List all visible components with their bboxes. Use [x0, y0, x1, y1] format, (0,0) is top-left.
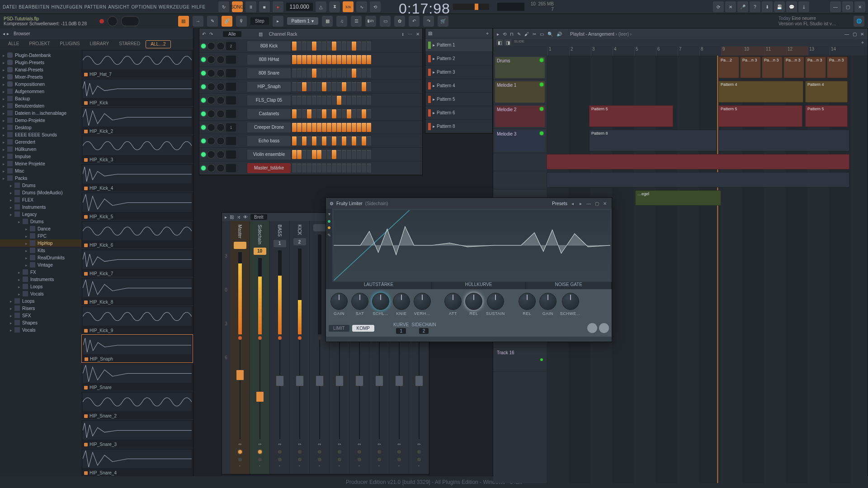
view-mixer-icon[interactable]: �៣ — [365, 16, 376, 27]
filter-tab[interactable]: PROJEKT — [24, 40, 54, 48]
step-button[interactable] — [307, 69, 311, 78]
tree-item[interactable]: Meine Projekte — [0, 160, 81, 167]
countdown-icon[interactable]: ⧗ — [329, 1, 340, 12]
step-button[interactable] — [357, 42, 361, 51]
mute-dot[interactable] — [258, 458, 262, 461]
track-header[interactable]: Melodie 3 — [493, 129, 547, 153]
menu-item[interactable]: ANSICHT — [108, 5, 129, 9]
up-icon[interactable]: ˄ — [259, 465, 261, 469]
fader[interactable] — [233, 340, 247, 439]
main-volume-knob[interactable] — [108, 16, 118, 26]
komp-mode-button[interactable]: KOMP — [352, 325, 374, 332]
brush-icon[interactable]: 🖌 — [524, 32, 529, 37]
close-icon[interactable]: ✕ — [602, 200, 608, 206]
tree-item[interactable]: Misc — [0, 167, 81, 174]
pencil-icon[interactable]: ✎ — [517, 32, 521, 37]
step-button[interactable] — [342, 55, 346, 64]
tree-item[interactable]: Kanal-Presets — [0, 66, 81, 73]
step-button[interactable] — [297, 55, 302, 64]
width-icon[interactable]: ⇔ — [397, 442, 401, 446]
metronome-icon[interactable]: △ — [316, 1, 326, 12]
step-button[interactable] — [332, 123, 336, 132]
width-icon[interactable]: ⇔ — [417, 442, 421, 446]
channel-name[interactable]: Master_tstärke — [247, 163, 291, 173]
step-button[interactable] — [322, 55, 326, 64]
step-button[interactable] — [337, 55, 341, 64]
pattern-item[interactable]: ▸Pattern 6 — [425, 106, 492, 120]
clip[interactable]: Pa…n 3 — [805, 56, 826, 78]
step-button[interactable] — [302, 96, 307, 105]
step-button[interactable] — [347, 55, 351, 64]
channel-route[interactable] — [226, 164, 236, 172]
pattern-item[interactable]: ▸Pattern 8 — [425, 120, 492, 133]
pan-knob[interactable] — [207, 42, 215, 50]
step-button[interactable] — [302, 82, 307, 91]
main-pitch-knob[interactable] — [121, 16, 139, 26]
tools-icon[interactable]: ✕ — [725, 1, 736, 12]
channel-led[interactable] — [201, 44, 206, 48]
step-button[interactable] — [362, 109, 366, 118]
add-track-icon[interactable]: ＋ — [860, 39, 865, 47]
step-button[interactable] — [342, 42, 346, 51]
track-led[interactable] — [540, 83, 543, 86]
mixer-track-num[interactable] — [313, 224, 326, 231]
sample-item[interactable]: HIP_Snare_4 — [81, 448, 193, 476]
filter-tab[interactable]: ALL…2 — [146, 40, 170, 48]
play-icon[interactable]: ▸ — [497, 32, 499, 37]
arrow-icon[interactable]: → — [193, 16, 203, 27]
step-button[interactable] — [367, 69, 371, 78]
tree-item[interactable]: Impulse — [0, 153, 81, 160]
pattern-item[interactable]: ▸Pattern 5 — [425, 93, 492, 106]
visualizer-button[interactable]: 32k — [343, 1, 354, 12]
step-button[interactable] — [322, 123, 326, 132]
step-button[interactable] — [357, 136, 361, 145]
sidechain-selector[interactable]: SIDECHAIN2 — [411, 322, 436, 334]
step-button[interactable] — [332, 109, 336, 118]
step-button[interactable] — [302, 136, 307, 145]
step-button[interactable] — [352, 82, 356, 91]
step-button[interactable] — [347, 150, 351, 159]
filter-tab[interactable]: ALLE — [4, 40, 24, 48]
tree-item[interactable]: Plugin-Datenbank — [0, 52, 81, 59]
channel-led[interactable] — [201, 57, 206, 62]
step-button[interactable] — [347, 69, 351, 78]
magnet-icon[interactable]: ⊓ — [510, 32, 514, 37]
width-icon[interactable]: ⇔ — [318, 442, 321, 446]
track-header[interactable]: Melodie 2 — [493, 104, 547, 129]
save-icon[interactable]: 💾 — [774, 1, 785, 12]
channel-row[interactable]: Castanets — [199, 107, 422, 121]
step-button[interactable] — [352, 55, 356, 64]
step-button[interactable] — [322, 96, 326, 105]
undo-icon[interactable]: ↶ — [409, 16, 420, 27]
tree-item[interactable]: Instruments — [0, 203, 81, 211]
pan-knob[interactable] — [207, 123, 215, 131]
step-button[interactable] — [302, 109, 307, 118]
up-icon[interactable]: ˄ — [298, 465, 301, 469]
view-channel-icon[interactable]: ☰ — [351, 16, 362, 27]
step-button[interactable] — [352, 42, 356, 51]
step-button[interactable] — [327, 55, 331, 64]
zoom-icon[interactable]: 🔍 — [547, 32, 553, 37]
tool-icon[interactable]: ◧ — [496, 39, 503, 46]
step-button[interactable] — [312, 69, 316, 78]
debug-icon[interactable]: ⬇ — [762, 1, 773, 12]
up-icon[interactable]: ˄ — [378, 465, 380, 469]
step-button[interactable] — [362, 164, 366, 173]
channel-name[interactable]: FLS_Clap 05 — [247, 95, 291, 105]
step-button[interactable] — [352, 164, 356, 173]
step-button[interactable] — [317, 69, 321, 78]
menu-item[interactable]: HILFE — [192, 5, 206, 9]
channel-led[interactable] — [201, 112, 206, 116]
pattern-item[interactable]: ▸Pattern 2 — [425, 52, 492, 66]
up-icon[interactable]: ˄ — [418, 465, 420, 469]
step-button[interactable] — [362, 82, 366, 91]
playhead[interactable] — [717, 56, 718, 483]
channel-led[interactable] — [201, 125, 206, 130]
schl…-knob[interactable] — [372, 293, 389, 310]
tree-item[interactable]: Hüllkurven — [0, 145, 81, 153]
add-icon[interactable]: ＋ — [485, 30, 490, 37]
channel-route[interactable] — [226, 56, 236, 64]
sync-icon[interactable]: ⟲ — [503, 32, 506, 37]
mixer-strip[interactable]: KICK2⇔˄ — [290, 221, 310, 474]
step-mode[interactable]: Step — [250, 17, 269, 25]
